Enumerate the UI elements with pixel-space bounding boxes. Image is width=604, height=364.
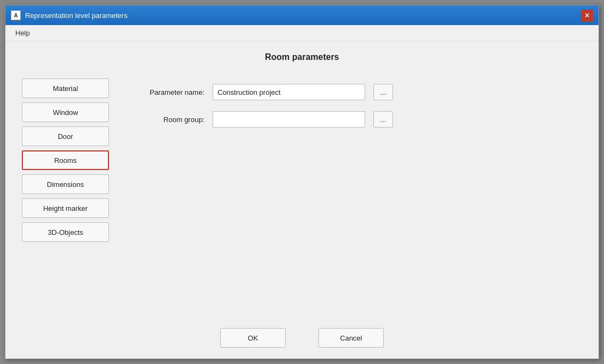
parameter-name-row: Parameter name: ... (134, 84, 582, 100)
dialog-body: Room parameters Material Window Door Roo… (5, 41, 599, 320)
nav-button-material[interactable]: Material (22, 78, 109, 98)
left-panel: Material Window Door Rooms Dimensions He… (22, 78, 117, 309)
nav-button-window[interactable]: Window (22, 102, 109, 122)
dialog-representation-level-parameters: A Representation level parameters × Help… (5, 5, 599, 359)
room-group-input[interactable] (213, 111, 365, 128)
section-title: Room parameters (22, 52, 582, 62)
title-bar: A Representation level parameters × (5, 5, 599, 25)
nav-button-3d-objects[interactable]: 3D-Objects (22, 222, 109, 242)
parameter-name-browse-button[interactable]: ... (373, 84, 393, 100)
dialog-footer: OK Cancel (5, 320, 599, 359)
room-group-row: Room group: ... (134, 111, 582, 128)
menu-bar: Help (5, 25, 599, 41)
right-panel: Parameter name: ... Room group: ... (134, 78, 582, 309)
app-icon: A (11, 10, 21, 20)
nav-button-height-marker[interactable]: Height marker (22, 198, 109, 218)
ok-button[interactable]: OK (220, 328, 286, 348)
nav-button-rooms[interactable]: Rooms (22, 150, 109, 170)
nav-button-dimensions[interactable]: Dimensions (22, 174, 109, 194)
room-group-label: Room group: (134, 116, 204, 124)
menu-item-help[interactable]: Help (11, 28, 34, 38)
close-button[interactable]: × (581, 9, 593, 21)
title-bar-left: A Representation level parameters (11, 10, 128, 20)
cancel-button[interactable]: Cancel (318, 328, 384, 348)
nav-button-door[interactable]: Door (22, 126, 109, 146)
content-area: Material Window Door Rooms Dimensions He… (22, 78, 582, 309)
dialog-title: Representation level parameters (25, 11, 128, 20)
parameter-name-input[interactable] (213, 84, 365, 100)
parameter-name-label: Parameter name: (134, 88, 204, 96)
room-group-browse-button[interactable]: ... (373, 111, 393, 128)
